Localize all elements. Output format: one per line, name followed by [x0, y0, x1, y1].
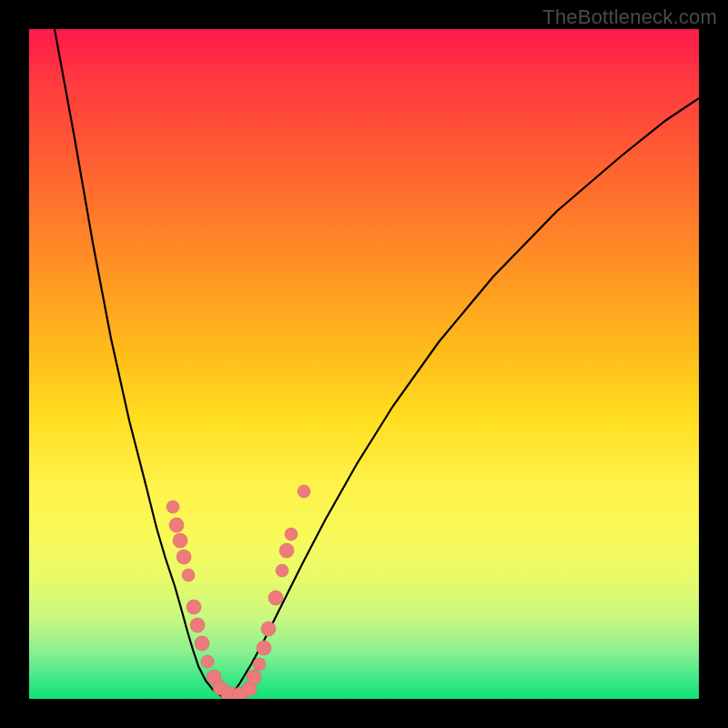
data-point — [257, 641, 271, 655]
data-point — [276, 564, 288, 577]
chart-frame: TheBottleneck.com — [0, 0, 728, 728]
data-point — [247, 670, 261, 684]
data-point — [187, 600, 201, 614]
curve-right-branch — [229, 98, 699, 699]
data-point — [195, 636, 209, 651]
data-point — [169, 518, 184, 532]
plot-area — [29, 29, 699, 699]
watermark-text: TheBottleneck.com — [542, 5, 717, 29]
data-point — [177, 550, 191, 564]
data-point — [173, 533, 187, 548]
data-point — [253, 658, 266, 671]
data-point — [279, 543, 294, 558]
data-point — [298, 485, 310, 498]
data-point — [285, 528, 298, 541]
curve-left-branch — [55, 29, 229, 699]
data-point — [268, 591, 283, 605]
data-point — [261, 622, 276, 636]
data-point — [182, 569, 195, 581]
chart-svg — [29, 29, 699, 699]
data-point — [190, 618, 205, 632]
data-point — [167, 500, 179, 513]
data-point — [201, 655, 214, 668]
